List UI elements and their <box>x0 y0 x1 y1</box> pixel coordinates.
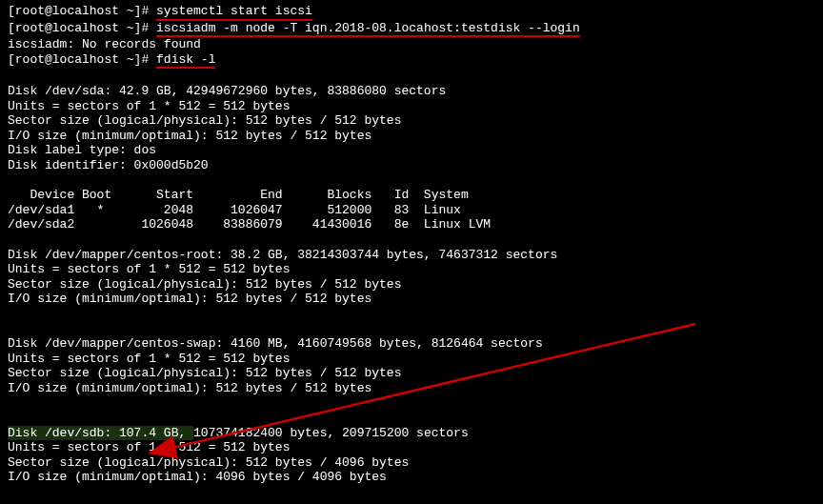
disk-sdb-sector: Sector size (logical/physical): 512 byte… <box>8 455 815 471</box>
blank-line <box>8 307 815 322</box>
command-systemctl: systemctl start iscsi <box>156 4 312 21</box>
disk-sda-sector: Sector size (logical/physical): 512 byte… <box>8 113 815 129</box>
blank-line <box>8 411 815 426</box>
mapper-swap-sector: Sector size (logical/physical): 512 byte… <box>8 366 815 381</box>
disk-sdb-io: I/O size (minimum/optimal): 4096 bytes /… <box>8 470 815 485</box>
shell-prompt: [root@localhost ~]# <box>8 52 156 67</box>
disk-sda-header: Disk /dev/sda: 42.9 GB, 42949672960 byte… <box>8 84 815 99</box>
blank-line <box>8 173 815 189</box>
disk-sdb-units: Units = sectors of 1 * 512 = 512 bytes <box>8 440 815 455</box>
prompt-line-1: [root@localhost ~]# systemctl start iscs… <box>8 4 815 21</box>
blank-line <box>8 232 815 248</box>
mapper-swap-header: Disk /dev/mapper/centos-swap: 4160 MB, 4… <box>8 336 815 352</box>
shell-prompt: [root@localhost ~]# <box>8 21 156 35</box>
mapper-swap-io: I/O size (minimum/optimal): 512 bytes / … <box>8 381 815 396</box>
command-fdisk: fdisk -l <box>156 52 215 70</box>
partition-row-2: /dev/sda2 1026048 83886079 41430016 8e L… <box>8 217 815 232</box>
disk-sda-label: Disk label type: dos <box>8 143 815 158</box>
blank-line <box>8 69 815 84</box>
prompt-line-2: [root@localhost ~]# iscsiadm -m node -T … <box>8 21 815 38</box>
command-iscsiadm: iscsiadm -m node -T iqn.2018-08.locahost… <box>156 21 580 38</box>
disk-sda-io: I/O size (minimum/optimal): 512 bytes / … <box>8 129 815 144</box>
mapper-swap-units: Units = sectors of 1 * 512 = 512 bytes <box>8 352 815 367</box>
iscsiadm-error: iscsiadm: No records found <box>8 37 815 52</box>
mapper-root-sector: Sector size (logical/physical): 512 byte… <box>8 277 815 292</box>
prompt-line-3: [root@localhost ~]# fdisk -l <box>8 52 815 70</box>
mapper-root-units: Units = sectors of 1 * 512 = 512 bytes <box>8 262 815 277</box>
disk-sda-units: Units = sectors of 1 * 512 = 512 bytes <box>8 99 815 114</box>
blank-line <box>8 321 815 336</box>
mapper-root-io: I/O size (minimum/optimal): 512 bytes / … <box>8 292 815 307</box>
shell-prompt: [root@localhost ~]# <box>8 4 156 18</box>
disk-sdb-header: Disk /dev/sdb: 107.4 GB, 107374182400 by… <box>8 426 815 441</box>
disk-sdb-highlight: Disk /dev/sdb: 107.4 GB, <box>8 426 193 441</box>
partition-header: Device Boot Start End Blocks Id System <box>8 188 815 203</box>
disk-sda-identifier: Disk identifier: 0x000d5b20 <box>8 158 815 173</box>
mapper-root-header: Disk /dev/mapper/centos-root: 38.2 GB, 3… <box>8 248 815 263</box>
blank-line <box>8 395 815 411</box>
partition-row-1: /dev/sda1 * 2048 1026047 512000 83 Linux <box>8 203 815 218</box>
